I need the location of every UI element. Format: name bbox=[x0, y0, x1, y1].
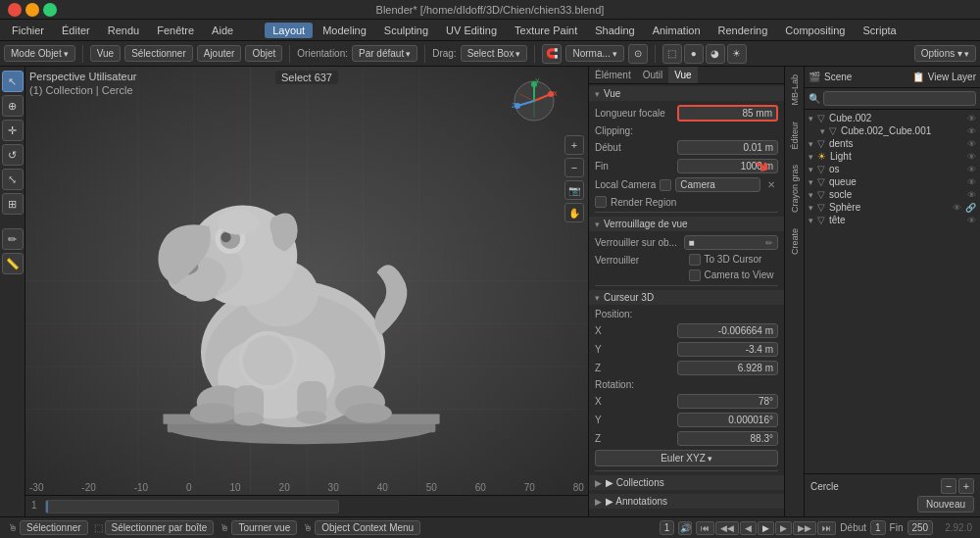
clipping-debut-value[interactable]: 0.01 m bbox=[677, 140, 778, 155]
curseur-3d-section-header[interactable]: ▾ Curseur 3D bbox=[589, 290, 784, 305]
rendered-icon[interactable]: ☀ bbox=[727, 44, 747, 64]
collection-add-button[interactable]: + bbox=[958, 478, 974, 494]
tab-compositing[interactable]: Compositing bbox=[777, 23, 853, 38]
tab-modeling[interactable]: Modeling bbox=[315, 23, 374, 38]
npanel-tab-element[interactable]: Élément bbox=[589, 67, 637, 83]
transform-tool[interactable]: ⊞ bbox=[2, 193, 24, 215]
eye-icon4[interactable]: 👁 bbox=[967, 152, 976, 162]
rotate-tool[interactable]: ↺ bbox=[2, 144, 24, 166]
measure-tool[interactable]: 📏 bbox=[2, 253, 24, 274]
select-tool[interactable]: ↖ bbox=[2, 71, 24, 92]
euler-xyz-selector[interactable]: Euler XYZ bbox=[595, 450, 778, 466]
eye-icon9[interactable]: 👁 bbox=[967, 216, 976, 225]
wireframe-icon[interactable]: ⬚ bbox=[662, 44, 682, 64]
tab-scripta[interactable]: Scripta bbox=[855, 23, 904, 38]
toolbar-vue[interactable]: Vue bbox=[90, 45, 121, 62]
vue-section-header[interactable]: ▾ Vue bbox=[589, 86, 784, 101]
tree-item-cube002[interactable]: ▾ ▽ Cube.002 👁 bbox=[805, 112, 980, 124]
camera-view-icon[interactable]: 📷 bbox=[564, 180, 584, 200]
minimize-button[interactable] bbox=[25, 3, 39, 17]
cursor-z-value[interactable]: 6.928 m bbox=[677, 361, 778, 375]
eye-icon2[interactable]: 👁 bbox=[967, 126, 976, 136]
move-tool[interactable]: ✛ bbox=[2, 120, 24, 141]
proportional-edit-icon[interactable]: ⊙ bbox=[628, 44, 648, 64]
material-preview-icon[interactable]: ◕ bbox=[706, 44, 725, 64]
render-region-checkbox[interactable] bbox=[595, 196, 607, 208]
selectionner-button[interactable]: Sélectionner bbox=[20, 520, 88, 535]
tab-uv-editing[interactable]: UV Editing bbox=[438, 23, 505, 38]
tree-item-tete[interactable]: ▾ ▽ tête 👁 bbox=[805, 214, 980, 226]
to-3d-cursor-checkbox[interactable] bbox=[689, 254, 701, 266]
verrouillage-section-header[interactable]: ▾ Verrouillage de vue bbox=[589, 217, 784, 231]
eye-icon5[interactable]: 👁 bbox=[967, 165, 976, 174]
selectionner-par-boite-button[interactable]: Sélectionner par boîte bbox=[105, 520, 215, 535]
orientation-selector[interactable]: Par défaut bbox=[352, 45, 417, 62]
tab-animation[interactable]: Animation bbox=[645, 23, 709, 38]
prev-frame-button[interactable]: ◀ bbox=[740, 521, 757, 535]
menu-editer[interactable]: Éditer bbox=[54, 23, 98, 38]
edit-pencil-icon[interactable]: ✏ bbox=[765, 238, 773, 248]
play-button[interactable]: ▶ bbox=[758, 521, 774, 535]
camera-name-field[interactable]: Camera bbox=[675, 177, 760, 192]
next-key-button[interactable]: ▶▶ bbox=[793, 521, 816, 535]
create-tab[interactable]: Create bbox=[788, 220, 802, 263]
cursor-ry-value[interactable]: 0.000016° bbox=[677, 413, 778, 427]
menu-fichier[interactable]: Fichier bbox=[4, 23, 52, 38]
jump-start-button[interactable]: ⏮ bbox=[696, 521, 714, 535]
eye-icon6[interactable]: 👁 bbox=[967, 177, 976, 187]
fin-val[interactable]: 250 bbox=[907, 520, 934, 535]
cursor-tool[interactable]: ⊕ bbox=[2, 95, 24, 117]
zoom-in-icon[interactable]: + bbox=[564, 135, 584, 155]
verrouiller-ob-field[interactable]: ■ ✏ bbox=[684, 235, 779, 250]
tree-item-socle[interactable]: ▾ ▽ socle 👁 bbox=[805, 188, 980, 201]
next-frame-button[interactable]: ▶ bbox=[775, 521, 792, 535]
debut-val[interactable]: 1 bbox=[870, 520, 886, 535]
tab-rendering[interactable]: Rendering bbox=[710, 23, 776, 38]
toolbar-selectionner[interactable]: Sélectionner bbox=[124, 45, 193, 62]
orientation-gizmo[interactable]: X Y Z bbox=[510, 76, 559, 125]
longueur-focale-value[interactable]: 85 mm bbox=[677, 105, 778, 122]
toolbar-ajouter[interactable]: Ajouter bbox=[197, 45, 242, 62]
cursor-y-value[interactable]: -3.4 m bbox=[677, 342, 778, 357]
cursor-rx-value[interactable]: 78° bbox=[677, 394, 778, 409]
crayon-gras-tab[interactable]: Crayon gras bbox=[788, 157, 802, 220]
object-context-button[interactable]: Object Context Menu bbox=[315, 520, 420, 535]
mb-lab-tab[interactable]: MB-Lab bbox=[788, 67, 802, 114]
cursor-rz-value[interactable]: 88.3° bbox=[677, 431, 778, 446]
prev-key-button[interactable]: ◀◀ bbox=[715, 521, 739, 535]
tree-item-queue[interactable]: ▾ ▽ queue 👁 bbox=[805, 175, 980, 188]
tourner-vue-button[interactable]: Tourner vue bbox=[231, 520, 297, 535]
outliner-search-input[interactable] bbox=[823, 91, 976, 106]
tab-shading[interactable]: Shading bbox=[587, 23, 642, 38]
snap-selector[interactable]: Norma... bbox=[565, 45, 623, 62]
annotate-tool[interactable]: ✏ bbox=[2, 228, 24, 250]
collection-new-button[interactable]: Nouveau bbox=[917, 496, 974, 513]
drag-selector[interactable]: Select Box bbox=[461, 45, 528, 62]
maximize-button[interactable] bbox=[43, 3, 57, 17]
pan-icon[interactable]: ✋ bbox=[564, 203, 584, 222]
eye-icon[interactable]: 👁 bbox=[967, 114, 976, 123]
tree-item-light[interactable]: ▾ ☀ Light 👁 bbox=[805, 150, 980, 163]
tree-item-os[interactable]: ▾ ▽ os 👁 bbox=[805, 163, 980, 175]
audio-icon[interactable]: 🔊 bbox=[678, 521, 692, 535]
eye-icon8[interactable]: 👁 bbox=[953, 203, 961, 213]
eye-icon7[interactable]: 👁 bbox=[967, 190, 976, 200]
cursor-x-value[interactable]: -0.006664 m bbox=[677, 323, 778, 338]
camera-to-view-checkbox[interactable] bbox=[689, 269, 701, 281]
toolbar-objet[interactable]: Objet bbox=[245, 45, 282, 62]
tab-sculpting[interactable]: Sculpting bbox=[376, 23, 436, 38]
npanel-tab-outil[interactable]: Outil bbox=[637, 67, 669, 83]
local-camera-checkbox[interactable] bbox=[660, 179, 671, 191]
jump-end-button[interactable]: ⏭ bbox=[817, 521, 836, 535]
npanel-tab-vue[interactable]: Vue bbox=[668, 67, 697, 83]
frame-current-display[interactable]: 1 bbox=[660, 520, 675, 535]
tree-item-dents[interactable]: ▾ ▽ dents 👁 bbox=[805, 137, 980, 150]
collection-minus-button[interactable]: − bbox=[941, 478, 956, 494]
tree-item-sphere[interactable]: ▾ ▽ Sphère 👁 🔗 bbox=[805, 201, 980, 214]
tree-item-cube002-001[interactable]: ▾ ▽ Cube.002_Cube.001 👁 bbox=[805, 124, 980, 137]
eye-icon3[interactable]: 👁 bbox=[967, 139, 976, 149]
tab-layout[interactable]: Layout bbox=[265, 23, 313, 38]
menu-aide[interactable]: Aide bbox=[204, 23, 241, 38]
mode-selector[interactable]: Mode Objet bbox=[4, 45, 75, 62]
collections-section-header[interactable]: ▶ ▶ Collections bbox=[589, 475, 784, 490]
